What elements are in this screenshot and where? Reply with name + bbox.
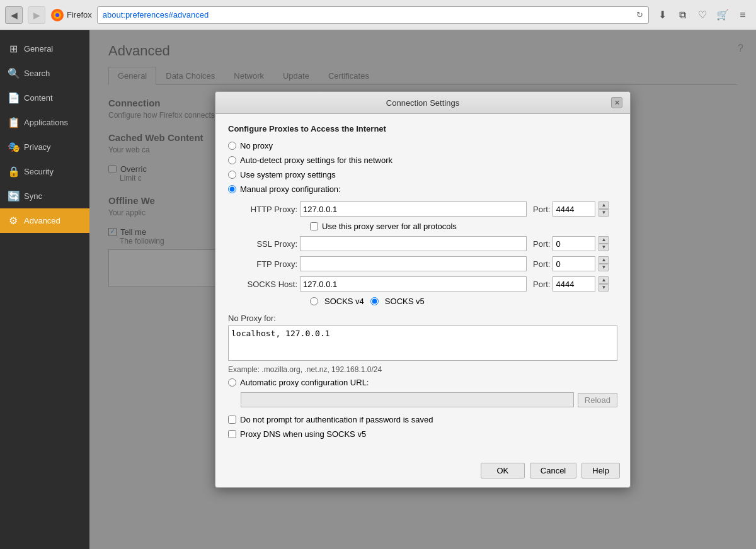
socks-host-label: SOCKS Host:: [241, 280, 297, 289]
proxy-dns-checkbox[interactable]: [228, 430, 236, 438]
ok-button[interactable]: OK: [481, 463, 525, 478]
ftp-port-down[interactable]: ▼: [598, 264, 609, 271]
sidebar-item-general[interactable]: ⊞ General: [0, 37, 89, 61]
sidebar-label-general: General: [24, 44, 53, 54]
auto-proxy-url-radio[interactable]: [228, 378, 236, 387]
socks-port-spinner: ▲ ▼: [598, 276, 609, 291]
sidebar-item-privacy[interactable]: 🎭 Privacy: [0, 135, 89, 159]
system-proxy-label: Use system proxy settings: [240, 170, 336, 179]
general-icon: ⊞: [8, 43, 19, 55]
no-proxy-for-label: No Proxy for:: [228, 314, 617, 323]
no-proxy-for-textarea[interactable]: localhost, 127.0.0.1: [228, 325, 617, 361]
search-icon: 🔍: [8, 67, 19, 79]
use-all-protocols-row: Use this proxy server for all protocols: [310, 222, 617, 231]
sidebar-label-privacy: Privacy: [24, 142, 51, 152]
auto-proxy-url-input[interactable]: [241, 392, 574, 407]
auto-detect-radio[interactable]: [228, 156, 236, 164]
ssl-port-label: Port:: [533, 239, 550, 249]
browser-chrome: ◀ ▶ Firefox about:preferences#advanced ↻…: [0, 0, 756, 30]
system-proxy-radio[interactable]: [228, 171, 236, 179]
http-port-input[interactable]: [553, 201, 595, 217]
ssl-port-down[interactable]: ▼: [598, 244, 609, 251]
sidebar-label-content: Content: [24, 93, 53, 103]
http-proxy-label: HTTP Proxy:: [241, 205, 297, 214]
manual-proxy-label: Manual proxy configuration:: [240, 184, 341, 194]
connection-settings-dialog: Connection Settings ✕ Configure Proxies …: [215, 91, 631, 488]
ftp-port-input[interactable]: [553, 256, 595, 271]
socks-port-up[interactable]: ▲: [598, 276, 609, 284]
dialog-footer: OK Cancel Help: [215, 456, 630, 487]
no-auth-checkbox[interactable]: [228, 416, 236, 424]
socks-v4-label: SOCKS v4: [324, 297, 364, 306]
no-proxy-radio[interactable]: [228, 142, 236, 150]
svg-point-2: [55, 13, 59, 17]
ftp-proxy-input[interactable]: [300, 256, 527, 271]
socks-v4-radio[interactable]: [310, 297, 318, 305]
ftp-port-spinner: ▲ ▼: [598, 256, 609, 271]
auto-proxy-url-label: Automatic proxy configuration URL:: [240, 378, 369, 387]
ftp-proxy-label: FTP Proxy:: [241, 259, 297, 269]
help-button[interactable]: Help: [581, 463, 620, 478]
bottom-checks: Do not prompt for authentication if pass…: [228, 415, 617, 439]
ssl-proxy-input[interactable]: [300, 236, 527, 251]
http-proxy-input[interactable]: [300, 201, 527, 217]
download-icon[interactable]: ⬇: [654, 7, 670, 23]
main-layout: ⊞ General 🔍 Search 📄 Content 📋 Applicati…: [0, 30, 756, 549]
ssl-proxy-row: SSL Proxy: Port: ▲ ▼: [241, 236, 617, 251]
manual-proxy-radio[interactable]: [228, 185, 236, 193]
sidebar-item-applications[interactable]: 📋 Applications: [0, 110, 89, 135]
proxy-dns-row: Proxy DNS when using SOCKS v5: [228, 429, 617, 439]
dialog-body: Configure Proxies to Access the Internet…: [215, 114, 630, 456]
content-area: Advanced ? General Data Choices Network …: [89, 30, 756, 549]
cart-icon[interactable]: 🛒: [714, 7, 731, 23]
security-icon: 🔒: [8, 166, 19, 178]
browser-label: Firefox: [67, 10, 92, 20]
sync-icon: 🔄: [8, 190, 19, 202]
socks-port-input[interactable]: [553, 276, 595, 291]
http-port-label: Port:: [533, 205, 550, 214]
dialog-close-button[interactable]: ✕: [611, 97, 622, 108]
no-proxy-label: No proxy: [240, 141, 273, 150]
address-bar[interactable]: about:preferences#advanced ↻: [97, 6, 649, 24]
proxy-fields: HTTP Proxy: Port: ▲ ▼ Use: [241, 201, 617, 306]
forward-button[interactable]: ▶: [28, 6, 45, 24]
privacy-icon: 🎭: [8, 141, 19, 153]
socks-port-label: Port:: [533, 280, 550, 289]
socks-host-input[interactable]: [300, 276, 527, 291]
dialog-section-title: Configure Proxies to Access the Internet: [228, 124, 617, 133]
socks-port-down[interactable]: ▼: [598, 284, 609, 291]
reload-button[interactable]: Reload: [578, 393, 617, 407]
use-all-protocols-checkbox[interactable]: [310, 222, 318, 230]
sidebar-item-sync[interactable]: 🔄 Sync: [0, 184, 89, 208]
use-all-protocols-label: Use this proxy server for all protocols: [322, 222, 457, 231]
sidebar: ⊞ General 🔍 Search 📄 Content 📋 Applicati…: [0, 30, 89, 549]
ftp-port-up[interactable]: ▲: [598, 256, 609, 264]
http-port-up[interactable]: ▲: [598, 201, 609, 209]
socks-version-row: SOCKS v4 SOCKS v5: [310, 297, 617, 306]
reload-page-icon[interactable]: ↻: [636, 10, 643, 20]
auto-proxy-input-row: Reload: [241, 392, 617, 407]
window-icon[interactable]: ⧉: [674, 7, 690, 23]
http-proxy-row: HTTP Proxy: Port: ▲ ▼: [241, 201, 617, 217]
ftp-proxy-row: FTP Proxy: Port: ▲ ▼: [241, 256, 617, 271]
sidebar-item-search[interactable]: 🔍 Search: [0, 61, 89, 86]
ssl-port-input[interactable]: [553, 236, 595, 251]
back-button[interactable]: ◀: [5, 6, 23, 24]
socks-v5-radio[interactable]: [370, 297, 379, 305]
sidebar-item-content[interactable]: 📄 Content: [0, 86, 89, 110]
ssl-port-up[interactable]: ▲: [598, 236, 609, 244]
menu-icon[interactable]: ≡: [735, 7, 751, 23]
sidebar-item-advanced[interactable]: ⚙ Advanced: [0, 208, 89, 233]
no-auth-label: Do not prompt for authentication if pass…: [240, 415, 433, 424]
address-text: about:preferences#advanced: [103, 10, 209, 20]
applications-icon: 📋: [8, 116, 19, 128]
bookmark-icon[interactable]: ♡: [694, 7, 711, 23]
dialog-header: Connection Settings ✕: [215, 92, 630, 114]
no-proxy-for-section: No Proxy for: localhost, 127.0.0.1 Examp…: [228, 314, 617, 374]
sidebar-label-advanced: Advanced: [24, 216, 60, 225]
sidebar-item-security[interactable]: 🔒 Security: [0, 159, 89, 184]
http-port-down[interactable]: ▼: [598, 209, 609, 217]
dialog-title: Connection Settings: [234, 98, 611, 108]
example-text: Example: .mozilla.org, .net.nz, 192.168.…: [228, 365, 617, 374]
cancel-button[interactable]: Cancel: [530, 463, 576, 478]
